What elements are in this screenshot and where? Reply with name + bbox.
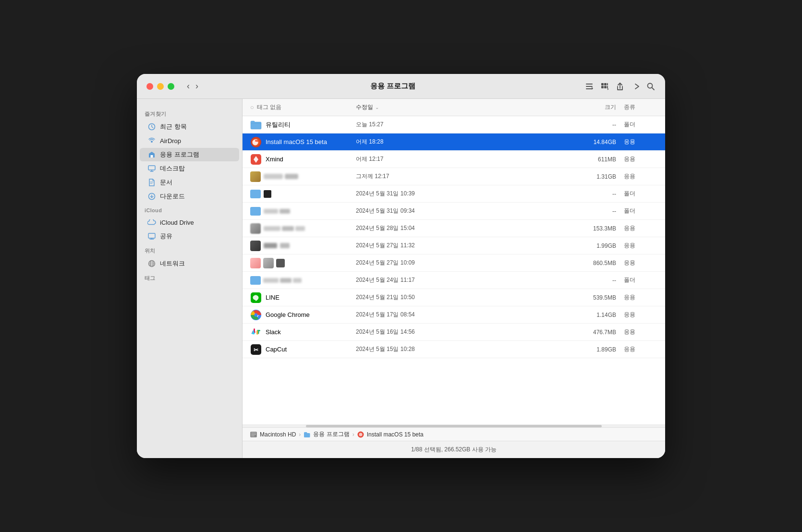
sidebar-item-icloud-drive[interactable]: iCloud Drive (140, 216, 239, 229)
file-row-blurred1[interactable]: 그저께 12:17 1.31GB 응용 (243, 168, 665, 185)
back-button[interactable]: ‹ (184, 80, 193, 92)
icloud-drive-icon (147, 218, 156, 227)
breadcrumb-part3[interactable]: Install macOS 15 beta (367, 431, 424, 438)
statusbar: 1/88 선택됨, 266.52GB 사용 가능 (243, 441, 665, 458)
sidebar-section-locations: 위치 네트워크 (137, 243, 242, 270)
finder-window: ‹ › 응용 프로그램 (137, 74, 665, 458)
file-row-line[interactable]: LINE 2024년 5월 21일 10:50 539.5MB 응용 (243, 289, 665, 306)
breadcrumb-part1[interactable]: Macintosh HD (260, 431, 296, 438)
file-type: 폴더 (624, 276, 657, 284)
grid-view-button[interactable] (600, 82, 609, 91)
downloads-label: 다운로드 (160, 192, 185, 201)
file-size: 860.5MB (561, 260, 624, 266)
toolbar-actions (584, 82, 656, 91)
sidebar-item-recents[interactable]: 최근 항목 (140, 120, 239, 133)
close-button[interactable] (146, 83, 153, 90)
file-list: 유틸리티 오늘 15:27 -- 폴더 (243, 116, 665, 424)
file-date: 2024년 5월 17일 08:54 (356, 311, 561, 319)
file-date: 2024년 5월 31일 09:34 (356, 207, 561, 215)
sidebar-item-airdrop[interactable]: AirDrop (140, 134, 239, 147)
maximize-button[interactable] (168, 83, 174, 90)
svg-text:✂: ✂ (254, 347, 259, 353)
file-row-blurred2[interactable]: 2024년 5월 31일 10:39 -- 폴더 (243, 185, 665, 203)
share-button[interactable] (615, 82, 625, 91)
file-date: 그저께 12:17 (356, 172, 561, 181)
recents-icon (147, 122, 156, 131)
file-row-blurred3[interactable]: 2024년 5월 31일 09:34 -- 폴더 (243, 203, 665, 220)
forward-button[interactable]: › (193, 80, 201, 92)
more-button[interactable] (631, 82, 640, 91)
file-type: 폴더 (624, 121, 657, 129)
type-column-header[interactable]: 종류 (624, 103, 657, 111)
file-date: 오늘 15:27 (356, 121, 561, 129)
folder-icon (250, 119, 262, 131)
sidebar-section-favorites: 즐겨찾기 최근 항목 (137, 107, 242, 203)
file-row-install-macos[interactable]: Install macOS 15 beta 어제 18:28 14.84GB 응… (243, 133, 665, 151)
sort-arrow: ⌄ (375, 105, 379, 110)
svg-rect-13 (148, 166, 155, 170)
svg-rect-33 (251, 433, 256, 434)
svg-rect-0 (586, 84, 593, 85)
sidebar-item-network[interactable]: 네트워크 (140, 257, 239, 270)
sidebar-item-shared[interactable]: 공유 (140, 230, 239, 243)
file-row-capcut[interactable]: ✂ CapCut 2024년 5월 15일 10:28 1.89GB 응용 (243, 341, 665, 358)
size-column-header[interactable]: 크기 (561, 103, 624, 111)
file-type: 응용 (624, 293, 657, 302)
tag-column-header[interactable]: ○ 태그 없음 (250, 103, 356, 111)
svg-point-11 (151, 141, 153, 143)
minimize-button[interactable] (157, 83, 164, 90)
date-column-header[interactable]: 수정일 ⌄ (356, 103, 561, 111)
svg-rect-7 (604, 86, 607, 88)
file-size: 1.99GB (561, 242, 624, 249)
file-name: Xmind (266, 156, 283, 163)
column-headers: ○ 태그 없음 수정일 ⌄ 크기 종류 (243, 99, 665, 116)
downloads-icon (147, 192, 156, 201)
titlebar: ‹ › 응용 프로그램 (137, 74, 665, 99)
shared-icon (147, 232, 156, 241)
file-type: 응용 (624, 224, 657, 232)
file-row-blurred5[interactable]: 2024년 5월 27일 11:32 1.99GB 응용 (243, 237, 665, 254)
file-type: 응용 (624, 138, 657, 146)
sidebar-item-applications[interactable]: 응용 프로그램 (140, 148, 239, 161)
file-date: 2024년 5월 27일 10:09 (356, 259, 561, 267)
documents-label: 문서 (160, 178, 172, 187)
documents-icon (147, 178, 156, 187)
sidebar-item-desktop[interactable]: 데스크탑 (140, 162, 239, 175)
recents-label: 최근 항목 (160, 122, 187, 131)
breadcrumb-part2[interactable]: 응용 프로그램 (313, 430, 349, 438)
file-size: -- (561, 208, 624, 215)
tags-label: 태그 (137, 271, 242, 284)
file-type: 응용 (624, 242, 657, 250)
file-type: 응용 (624, 155, 657, 163)
file-name: LINE (266, 294, 279, 301)
file-name: CapCut (266, 346, 287, 353)
breadcrumb: Macintosh HD › 응용 프로그램 › Install macOS 1… (243, 427, 665, 441)
file-row-chrome[interactable]: Google Chrome 2024년 5월 17일 08:54 1.14GB … (243, 306, 665, 324)
file-row-blurred7[interactable]: 2024년 5월 24일 11:17 -- 폴더 (243, 272, 665, 289)
icloud-drive-label: iCloud Drive (160, 219, 194, 226)
airdrop-label: AirDrop (160, 137, 181, 145)
file-size: 611MB (561, 156, 624, 163)
shared-label: 공유 (160, 232, 172, 241)
search-button[interactable] (646, 82, 656, 91)
svg-point-24 (255, 313, 258, 316)
file-size: 539.5MB (561, 294, 624, 301)
file-row-slack[interactable]: Slack 2024년 5월 16일 14:56 476.7MB 응용 (243, 324, 665, 341)
file-row-utilities[interactable]: 유틸리티 오늘 15:27 -- 폴더 (243, 116, 665, 133)
traffic-lights (146, 83, 174, 90)
main-content: ○ 태그 없음 수정일 ⌄ 크기 종류 (243, 99, 665, 458)
list-view-button[interactable] (584, 82, 594, 91)
svg-rect-35 (251, 435, 255, 436)
status-text: 1/88 선택됨, 266.52GB 사용 가능 (411, 446, 497, 454)
file-row-blurred4[interactable]: 2024년 5월 28일 15:04 153.3MB 응용 (243, 220, 665, 237)
capcut-icon: ✂ (250, 344, 262, 355)
window-title: 응용 프로그램 (201, 82, 584, 91)
file-row-xmind[interactable]: Xmind 어제 12:17 611MB 응용 (243, 151, 665, 168)
sidebar-item-documents[interactable]: 문서 (140, 176, 239, 189)
file-size: 1.89GB (561, 346, 624, 353)
file-date: 2024년 5월 27일 11:32 (356, 242, 561, 250)
sidebar-item-downloads[interactable]: 다운로드 (140, 190, 239, 203)
sidebar-section-icloud: iCloud iCloud Drive (137, 204, 242, 243)
icloud-label: iCloud (137, 204, 242, 215)
file-row-blurred6[interactable]: 2024년 5월 27일 10:09 860.5MB 응용 (243, 254, 665, 272)
